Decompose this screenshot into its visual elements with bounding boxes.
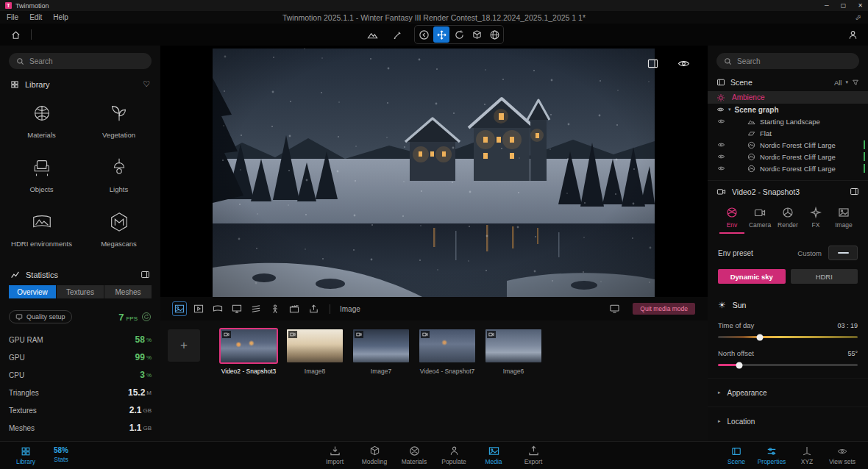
chevron-down-icon[interactable]: ▾ [728, 107, 731, 112]
dock-stats-button[interactable]: 58% Stats [44, 446, 78, 465]
favorites-heart-icon[interactable]: ♡ [143, 79, 150, 89]
library-title: Library [25, 80, 50, 89]
dock-view-sets-button[interactable]: View sets [825, 446, 859, 465]
render-viewport[interactable] [213, 49, 655, 297]
menu-file[interactable]: File [7, 13, 18, 21]
tab-textures[interactable]: Textures [57, 285, 104, 298]
media-presentation-icon[interactable] [230, 302, 243, 315]
scene-node-nordic-forest-cliff[interactable]: Nordic Forest Cliff Large [708, 139, 868, 151]
media-export-icon[interactable] [307, 302, 320, 315]
tab-camera[interactable]: Camera [747, 207, 772, 234]
chevron-down-icon[interactable]: ▾ [845, 79, 848, 85]
scene-filter-dropdown[interactable]: All [834, 79, 842, 87]
media-thumbnail[interactable]: Image6 [485, 329, 541, 375]
quality-setup-button[interactable]: Quality setup [9, 310, 72, 323]
library-item-objects[interactable]: Objects [3, 157, 80, 193]
dock-export-button[interactable]: Export [516, 445, 550, 465]
tab-overview[interactable]: Overview [9, 285, 56, 298]
eye-icon[interactable] [716, 165, 725, 171]
menu-edit[interactable]: Edit [29, 13, 42, 21]
quit-media-mode-button[interactable]: Quit media mode [633, 303, 695, 315]
filter-funnel-icon[interactable] [852, 79, 859, 86]
external-link-icon[interactable]: ⬀ [855, 13, 861, 21]
minimize-button[interactable]: ─ [825, 2, 829, 9]
dock-modeling-button[interactable]: Modeling [357, 445, 391, 465]
dock-import-button[interactable]: Import [318, 445, 352, 465]
scene-search-input[interactable] [737, 57, 852, 65]
eye-icon[interactable] [716, 154, 725, 160]
viewport-panel-toggle-icon[interactable] [647, 59, 658, 68]
media-thumbnail[interactable]: Image8 [287, 329, 343, 375]
media-character-icon[interactable] [268, 302, 282, 315]
presenter-screen-icon[interactable] [608, 302, 621, 315]
scene-graph-row[interactable]: ▾ Scene graph [708, 104, 868, 115]
undo-tool-button[interactable] [416, 26, 432, 43]
tab-image[interactable]: Image [831, 207, 856, 234]
refresh-fps-icon[interactable] [141, 312, 152, 322]
media-thumbnail[interactable]: Video2 - Snapshot3 [221, 329, 277, 375]
appearance-section[interactable]: ▸ Appearance [708, 378, 868, 407]
dock-properties-button[interactable]: Properties [755, 446, 789, 465]
time-of-day-slider-handle[interactable] [757, 334, 764, 340]
account-button[interactable] [844, 26, 861, 43]
dock-media-button[interactable]: Media [477, 445, 511, 465]
dock-materials-button[interactable]: Materials [397, 445, 431, 465]
tab-meshes[interactable]: Meshes [104, 285, 152, 298]
close-button[interactable]: ✕ [858, 2, 863, 9]
library-item-hdri-environments[interactable]: HDRI environments [3, 211, 80, 248]
rotate-tool-button[interactable] [451, 26, 467, 43]
sun-section-header[interactable]: ☀ Sun [708, 284, 868, 310]
tab-fx[interactable]: FX [803, 207, 828, 234]
eye-icon[interactable] [716, 107, 725, 112]
loaded-status-bar [864, 140, 865, 149]
dock-library-button[interactable]: Library [9, 446, 43, 465]
twinmotion-logo-icon: T [5, 2, 12, 9]
add-media-button[interactable]: + [168, 329, 200, 362]
media-thumbnail[interactable]: Video4 - Snapshot7 [419, 329, 475, 375]
media-panorama-icon[interactable] [211, 302, 224, 315]
bottom-dock: Library 58% Stats Import Modeling Materi… [0, 441, 868, 469]
ambience-row[interactable]: Ambience [708, 91, 868, 104]
preset-curve-button[interactable] [828, 246, 858, 260]
home-button[interactable] [7, 26, 24, 43]
viewport-visibility-eye-icon[interactable] [677, 59, 690, 68]
media-thumbnail[interactable]: Image7 [353, 329, 409, 375]
eye-icon[interactable] [716, 118, 725, 124]
library-item-vegetation[interactable]: Vegetation [80, 102, 157, 139]
time-of-day-slider[interactable] [718, 336, 858, 338]
scene-node-starting-landscape[interactable]: Starting Landscape [708, 115, 868, 127]
scene-node-nordic-forest-cliff[interactable]: Nordic Forest Cliff Large [708, 151, 868, 162]
media-clapper-icon[interactable] [288, 302, 301, 315]
hdri-button[interactable]: HDRI [791, 269, 858, 284]
media-video-icon[interactable] [192, 302, 205, 315]
panel-toggle-icon[interactable] [140, 270, 150, 279]
library-search-input[interactable] [29, 57, 144, 65]
library-search[interactable] [9, 53, 152, 69]
eye-icon[interactable] [716, 142, 725, 148]
dock-populate-button[interactable]: Populate [437, 445, 471, 465]
north-offset-slider[interactable] [718, 364, 858, 366]
terrain-tool-button[interactable] [364, 26, 380, 43]
menu-help[interactable]: Help [53, 13, 68, 21]
north-offset-slider-handle[interactable] [736, 362, 742, 368]
panel-toggle-icon[interactable] [850, 187, 859, 196]
scale-tool-button[interactable] [469, 26, 485, 43]
world-coordinates-button[interactable] [486, 26, 502, 43]
move-tool-button[interactable] [433, 26, 449, 43]
library-item-materials[interactable]: Materials [3, 102, 80, 139]
dock-xyz-button[interactable]: XYZ [790, 446, 824, 465]
maximize-button[interactable]: ▢ [841, 2, 847, 9]
eyedropper-tool-button[interactable] [389, 26, 405, 43]
tab-render[interactable]: Render [775, 207, 800, 234]
dynamic-sky-button[interactable]: Dynamic sky [718, 269, 786, 284]
media-image-icon[interactable] [173, 302, 186, 315]
library-item-lights[interactable]: Lights [80, 157, 157, 193]
library-item-megascans[interactable]: Megascans [80, 211, 157, 248]
scene-search[interactable] [716, 53, 859, 69]
media-lightset-icon[interactable] [249, 302, 263, 315]
tab-env[interactable]: Env [719, 207, 744, 234]
location-section[interactable]: ▸ Location [708, 407, 868, 435]
scene-node-nordic-forest-cliff[interactable]: Nordic Forest Cliff Large [708, 162, 868, 174]
scene-node-flat[interactable]: Flat [708, 127, 868, 139]
dock-scene-button[interactable]: Scene [719, 446, 753, 465]
